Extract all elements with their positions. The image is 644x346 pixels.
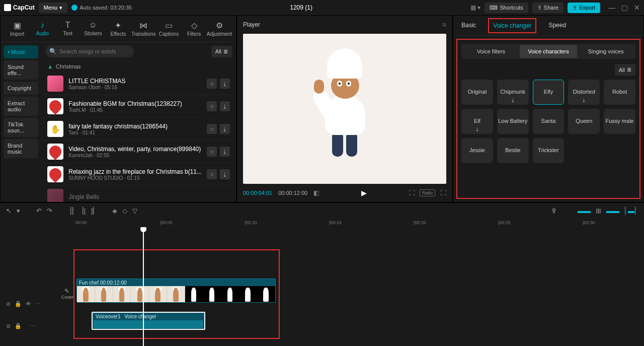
favorite-icon[interactable]: ☆	[207, 124, 217, 134]
tab-filters[interactable]: ◇Filters	[182, 19, 207, 39]
marker-tool-2[interactable]: ◇	[122, 207, 127, 215]
song-thumb	[47, 98, 63, 114]
tab-text[interactable]: TText	[55, 19, 80, 39]
voice-bestie[interactable]: Bestie	[497, 138, 529, 163]
video-preview[interactable]	[243, 34, 446, 184]
favorite-icon[interactable]: ☆	[207, 79, 217, 89]
download-icon[interactable]: ⭳	[220, 101, 230, 111]
download-icon[interactable]: ⭳	[220, 169, 230, 179]
lock-icon[interactable]: 🔒	[15, 301, 22, 307]
project-title: 1209 (1)	[136, 4, 466, 11]
voice-trickster[interactable]: Trickster	[533, 138, 565, 163]
tab-transitions[interactable]: ⋈Transitions	[131, 19, 156, 39]
link-icon[interactable]: ⊘	[6, 301, 11, 307]
playhead[interactable]	[143, 228, 144, 346]
download-icon[interactable]: ⭳	[220, 124, 230, 134]
sidebar-item-music[interactable]: Music	[4, 45, 38, 58]
more-icon[interactable]: ⋯	[30, 323, 35, 329]
snap-tool-3[interactable]: ▬▬	[606, 207, 619, 215]
minimize-button[interactable]: —	[608, 4, 615, 12]
voice-low-battery[interactable]: Low Battery	[497, 109, 529, 134]
player-menu-icon[interactable]: ≡	[442, 21, 446, 29]
voice-elfy[interactable]: Elfy	[533, 80, 565, 105]
timeline-ruler[interactable]: 00:00 |00:05 |00:10 |00:15 |00:20 |00:25…	[70, 218, 644, 228]
sidebar-item-tiktok[interactable]: TikTok soun...	[4, 118, 38, 137]
download-icon[interactable]: ⭳	[220, 79, 230, 89]
voice-chipmunk[interactable]: Chipmunk⭳	[497, 80, 529, 105]
sidebar-item-copyright[interactable]: Copyright	[4, 82, 38, 95]
sidebar-item-sound-effects[interactable]: Sound effe...	[4, 60, 38, 80]
download-icon[interactable]: ⭳	[220, 147, 230, 157]
voice-original[interactable]: Original	[461, 80, 493, 105]
voice-fussy-male[interactable]: Fussy male	[604, 109, 635, 134]
tab-effects[interactable]: ✦Effects	[106, 19, 131, 39]
crop-icon[interactable]: ⛶	[409, 189, 415, 196]
marker-tool[interactable]: ◈	[112, 207, 117, 215]
tab-stickers[interactable]: ☺Stickers	[80, 19, 106, 39]
lock-icon[interactable]: 🔒	[15, 323, 22, 329]
tab-captions[interactable]: ▭Captions	[156, 19, 181, 39]
video-clip[interactable]: Fun chef 00:00:12:00	[76, 279, 276, 303]
snap-tool-1[interactable]: ▬▬	[578, 207, 591, 215]
mic-icon[interactable]: 🎙	[551, 207, 557, 215]
favorite-icon[interactable]: ☆	[207, 147, 217, 157]
search-input[interactable]	[45, 45, 134, 57]
more-icon[interactable]: ⋯	[35, 301, 41, 307]
tab-voice-changer[interactable]: Voice changer	[488, 18, 536, 33]
song-item[interactable]: LITTLE CHRISTMASSamson Uboh · 05:16☆⭳	[41, 73, 236, 95]
snap-tool-2[interactable]: ⊞	[596, 207, 601, 215]
voice-tab-filters[interactable]: Voice filters	[462, 45, 520, 58]
layout-icon[interactable]: ▦ ▾	[470, 4, 480, 11]
tab-speed[interactable]: Speed	[546, 17, 568, 35]
tool-dropdown[interactable]: ▾	[17, 207, 20, 215]
audio-clip[interactable]: Voiceover1 Voice changer	[92, 312, 205, 330]
timeline-panel: ↖ ▾ ↶ ↷ ⎥⎢ ⎥[ ]⎢ ◈ ◇ ▽ 🎙 ▬▬ ⊞ ▬▬ ⎢▬⎢ − +…	[0, 202, 644, 346]
voice-santa[interactable]: Santa	[533, 109, 565, 134]
sidebar-item-brand-music[interactable]: Brand music	[4, 139, 38, 158]
voice-queen[interactable]: Queen	[568, 109, 600, 134]
close-button[interactable]: ✕	[634, 4, 640, 12]
tab-basic[interactable]: Basic	[459, 17, 478, 35]
tab-audio[interactable]: ♪Audio	[30, 19, 55, 39]
favorite-icon[interactable]: ☆	[207, 169, 217, 179]
stickers-icon: ☺	[80, 21, 106, 30]
voice-filter-all[interactable]: All ≣	[615, 64, 635, 76]
favorite-icon[interactable]: ☆	[207, 101, 217, 111]
volume-icon[interactable]: ◧	[313, 189, 319, 196]
select-tool[interactable]: ↖	[6, 207, 12, 215]
tab-adjustment[interactable]: ⚙Adjustment	[207, 19, 232, 39]
cover-button[interactable]: Cover	[61, 288, 72, 300]
split-right-tool[interactable]: ]⎢	[91, 207, 97, 215]
redo-button[interactable]: ↷	[47, 207, 52, 215]
song-item[interactable]: ✋fairy tale fantasy christmas(1286544)Ta…	[41, 118, 236, 141]
maximize-button[interactable]: ▢	[621, 4, 628, 12]
menu-button[interactable]: Menu▾	[39, 3, 68, 13]
fullscreen-icon[interactable]: ⛶	[440, 189, 446, 196]
voice-robot[interactable]: Robot	[604, 80, 635, 105]
voice-jessie[interactable]: Jessie	[461, 138, 493, 163]
voice-distorted[interactable]: Distorted⭳	[568, 80, 600, 105]
link-icon[interactable]: ⊘	[6, 323, 11, 329]
split-tool[interactable]: ⎥⎢	[68, 207, 75, 215]
song-list: LITTLE CHRISTMASSamson Uboh · 05:16☆⭳ Fa…	[41, 73, 236, 202]
song-item[interactable]: Relaxing jazz in the fireplace for Chris…	[41, 163, 236, 186]
song-item[interactable]: Jingle Bells	[41, 186, 236, 202]
voice-tab-singing[interactable]: Singing voices	[577, 45, 634, 58]
share-button[interactable]: ⇪ Share	[532, 3, 564, 13]
shortcuts-button[interactable]: ⌨ Shortcuts	[485, 3, 528, 13]
voice-tab-characters[interactable]: Voice characters	[520, 45, 577, 58]
split-left-tool[interactable]: ⎥[	[80, 207, 86, 215]
export-button[interactable]: ⇪ Export	[568, 3, 600, 13]
ratio-button[interactable]: Ratio	[420, 189, 435, 196]
eye-icon[interactable]: 👁	[26, 301, 31, 307]
play-button[interactable]: ▶	[361, 189, 367, 197]
sidebar-item-extract-audio[interactable]: Extract audio	[4, 97, 38, 116]
filter-all-button[interactable]: All ≣	[211, 46, 232, 57]
song-item[interactable]: Fashionable BGM for Christmas(1238227)To…	[41, 95, 236, 118]
snap-tool-4[interactable]: ⎢▬⎢	[624, 207, 638, 215]
voice-elf[interactable]: Elf⭳	[461, 109, 493, 134]
bookmark-tool[interactable]: ▽	[132, 207, 137, 215]
song-item[interactable]: Video, Christmas, winter, party, romance…	[41, 141, 236, 163]
undo-button[interactable]: ↶	[36, 207, 42, 215]
tab-import[interactable]: ▣Import	[5, 19, 30, 39]
